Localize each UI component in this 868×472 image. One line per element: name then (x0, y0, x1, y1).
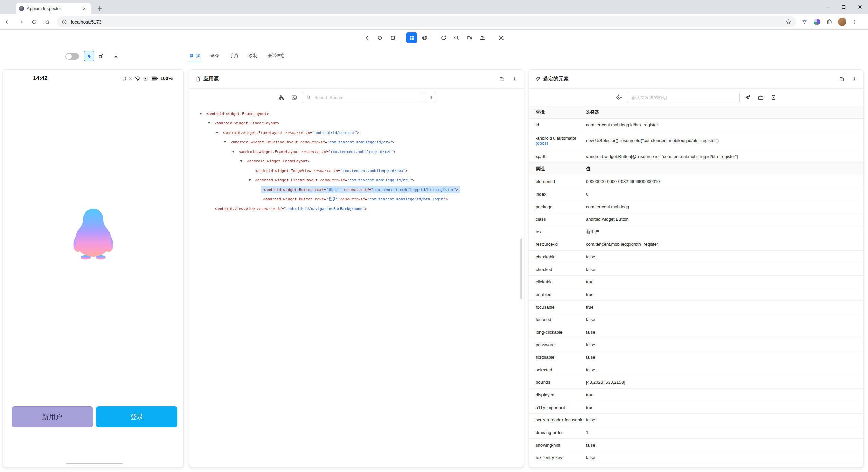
docs-link[interactable]: (docs) (536, 141, 586, 146)
profile-button[interactable] (836, 17, 847, 27)
row-key: resource-id (529, 242, 586, 247)
device-home-button[interactable] (374, 32, 385, 43)
source-scrollbar[interactable] (520, 238, 522, 299)
download-source-button[interactable] (512, 76, 517, 82)
tab-session-info[interactable]: 会话信息 (267, 50, 286, 62)
caret-down-icon[interactable] (232, 151, 237, 153)
tree-layout-button[interactable] (276, 93, 286, 102)
tree-node[interactable]: <android.view.View resource-id="android:… (189, 204, 524, 213)
tree-node[interactable]: <android.widget.LinearLayout resource-id… (189, 175, 524, 185)
find-key-header: 查找 (529, 109, 586, 115)
attr-table-body: elementId00000000-0000-0032-ffff-ffff000… (529, 175, 863, 464)
screenshot-interaction-toggle[interactable] (65, 53, 79, 60)
tree-node[interactable]: <android.widget.FrameLayout> (189, 156, 524, 166)
tree-node[interactable]: <android.widget.RelativeLayout resource-… (189, 137, 524, 147)
wait-element-button[interactable] (769, 93, 778, 102)
device-overview-button[interactable] (387, 32, 398, 43)
home-icon (44, 19, 50, 25)
tree-node[interactable]: <android.widget.Button text="登录" resourc… (189, 194, 524, 204)
swipe-mode-button[interactable] (96, 51, 106, 61)
copy-element-button[interactable] (839, 76, 844, 82)
forward-icon (18, 19, 24, 25)
tab-source[interactable]: 源 (189, 50, 201, 62)
forward-button[interactable] (15, 16, 26, 28)
window-maximize-button[interactable] (835, 0, 852, 14)
new-tab-button[interactable] (95, 4, 104, 13)
device-register-button[interactable]: 新用户 (12, 406, 93, 427)
row-key: package (529, 204, 586, 209)
caret-down-icon[interactable] (208, 122, 212, 124)
tree-node[interactable]: <android.widget.FrameLayout resource-id=… (189, 128, 524, 137)
download-screenshot-button[interactable] (111, 51, 121, 61)
download-element-button[interactable] (852, 76, 857, 82)
send-keys-button[interactable] (743, 93, 753, 102)
source-tree: <android.widget.FrameLayout><android.wid… (189, 106, 524, 213)
row-value: 0 (586, 192, 863, 197)
clear-element-button[interactable] (756, 93, 766, 102)
tree-node[interactable]: <android.widget.ImageView resource-id="c… (189, 166, 524, 175)
caret-down-icon[interactable] (240, 160, 245, 162)
device-back-button[interactable] (361, 32, 372, 43)
back-icon (5, 19, 11, 25)
tap-element-button[interactable] (614, 93, 624, 102)
table-row: focusabletrue (529, 301, 863, 313)
quit-session-button[interactable] (496, 32, 507, 43)
table-row: text新用户 (529, 225, 863, 238)
row-key: enabled (529, 292, 586, 297)
native-view-button[interactable] (406, 32, 417, 43)
tab-commands[interactable]: 命令 (210, 50, 220, 62)
reload-button[interactable] (28, 16, 40, 28)
source-search-box[interactable] (302, 92, 421, 103)
row-value: //android.widget.Button[@resource-id="co… (586, 154, 863, 159)
tree-node[interactable]: <android.widget.Button text="新用户" resour… (189, 185, 524, 194)
tree-node[interactable]: <android.widget.LinearLayout> (189, 118, 524, 128)
copy-icon (839, 76, 844, 82)
selected-panel-title: 选定的元素 (543, 76, 569, 82)
chevron-left-icon (364, 35, 370, 41)
record-button[interactable] (464, 32, 475, 43)
extensions-button[interactable] (824, 17, 835, 27)
color-extension-button[interactable] (811, 17, 822, 27)
select-elements-button[interactable] (84, 51, 94, 61)
tree-node[interactable]: <android.widget.FrameLayout> (189, 109, 524, 118)
magnifier-icon (306, 95, 311, 100)
row-key: a11y-important (529, 405, 586, 410)
row-value: false (586, 442, 863, 448)
source-search-input[interactable] (314, 95, 417, 100)
tab-gestures[interactable]: 手势 (229, 50, 239, 62)
address-bar[interactable]: localhost:5173 (57, 16, 796, 27)
tree-node-label: <android.widget.ImageView resource-id="c… (253, 168, 410, 174)
table-row: clickabletrue (529, 276, 863, 288)
search-elements-button[interactable] (451, 32, 462, 43)
copy-source-button[interactable] (499, 76, 505, 82)
tab-recorder[interactable]: 录制 (248, 50, 258, 62)
info-icon[interactable] (62, 19, 67, 25)
upload-button[interactable] (477, 32, 488, 43)
window-minimize-button[interactable] (819, 0, 835, 14)
send-keys-input[interactable] (631, 95, 736, 100)
web-view-button[interactable] (419, 32, 430, 43)
row-value: false (586, 417, 863, 422)
browser-tab[interactable]: Appium Inspector × (16, 3, 91, 14)
device-login-button[interactable]: 登录 (96, 406, 177, 427)
caret-down-icon[interactable] (199, 113, 204, 115)
caret-down-icon[interactable] (224, 141, 229, 143)
vibrate-icon (121, 76, 126, 81)
tree-node[interactable]: <android.widget.FrameLayout resource-id=… (189, 147, 524, 156)
caret-down-icon[interactable] (248, 179, 253, 181)
back-button[interactable] (2, 16, 13, 28)
row-value: true (586, 304, 863, 310)
device-screenshot-panel[interactable]: 14:42 100% (3, 69, 184, 468)
browser-menu-button[interactable] (849, 17, 860, 27)
screenshot-overlay-button[interactable] (289, 93, 299, 102)
filter-extension-button[interactable] (799, 17, 810, 27)
send-keys-box[interactable] (627, 92, 740, 103)
window-close-button[interactable] (852, 0, 868, 14)
caret-down-icon[interactable] (216, 132, 220, 134)
tab-close-icon[interactable]: × (81, 5, 87, 12)
bookmark-star-button[interactable] (786, 19, 791, 25)
refresh-source-button[interactable] (438, 32, 449, 43)
home-button[interactable] (41, 16, 53, 28)
appium-inspector-app: 源 命令 手势 录制 会话信息 14:42 100% (0, 30, 868, 472)
plus-icon (97, 6, 102, 11)
